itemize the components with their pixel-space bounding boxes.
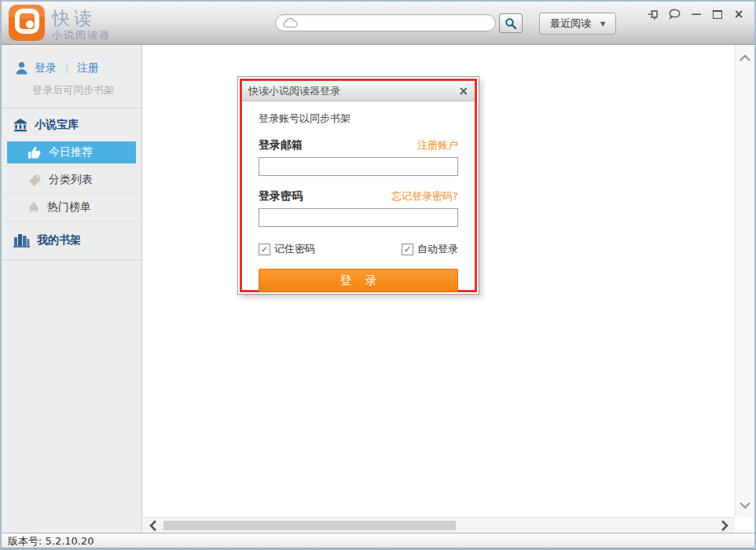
sidebar-section-library-label: 小说宝库 xyxy=(35,118,79,132)
dialog-body: 登录账号以同步书架 登录邮箱 注册账户 登录密码 忘记登录密码? ✓ 记住密码 xyxy=(242,101,475,292)
sidebar-item-category-list[interactable]: 分类列表 xyxy=(2,169,141,191)
user-icon xyxy=(14,60,29,75)
scroll-down-icon[interactable] xyxy=(739,501,751,509)
pin-icon[interactable] xyxy=(648,8,660,20)
sidebar: 登录 | 注册 登录后可同步书架 小说宝库 今日推荐 xyxy=(2,45,142,533)
remember-password-label: 记住密码 xyxy=(274,242,315,256)
auto-login-checkbox[interactable]: ✓ 自动登录 xyxy=(402,242,458,256)
remember-password-checkbox[interactable]: ✓ 记住密码 xyxy=(259,242,315,256)
recent-read-button[interactable]: 最近阅读 ▼ xyxy=(539,13,616,35)
sidebar-section-bookshelf-label: 我的书架 xyxy=(37,233,81,248)
message-icon[interactable] xyxy=(669,8,681,20)
version-label: 版本号: 5.2.10.20 xyxy=(8,535,94,547)
password-label-row: 登录密码 忘记登录密码? xyxy=(259,189,458,204)
search-button[interactable] xyxy=(499,13,523,33)
checkbox-check-icon: ✓ xyxy=(402,244,413,255)
login-dialog: 快读小说阅读器登录 × 登录账号以同步书架 登录邮箱 注册账户 登录密码 忘记登… xyxy=(237,76,479,295)
bookshelf-icon xyxy=(13,233,31,248)
scroll-right-icon[interactable] xyxy=(721,519,728,532)
sidebar-section-library[interactable]: 小说宝库 xyxy=(2,108,141,139)
app-logo-icon xyxy=(9,5,45,41)
dialog-titlebar: 快读小说阅读器登录 × xyxy=(242,81,475,101)
sidebar-item-label: 今日推荐 xyxy=(49,145,93,160)
login-register-separator: | xyxy=(62,63,72,74)
dialog-subtitle: 登录账号以同步书架 xyxy=(259,112,458,126)
vertical-scrollbar[interactable] xyxy=(735,45,754,517)
nav-row: 分类列表 xyxy=(2,167,141,194)
sidebar-item-today-recommend[interactable]: 今日推荐 xyxy=(7,141,136,163)
chevron-down-icon: ▼ xyxy=(600,20,605,28)
close-icon[interactable]: × xyxy=(732,8,745,20)
app-subtitle: 小说阅读器 xyxy=(52,28,111,42)
minimize-icon[interactable]: — xyxy=(690,8,703,20)
nav-row: 今日推荐 xyxy=(2,139,141,167)
header: 快读 小说阅读器 最近阅读 ▼ xyxy=(2,2,754,45)
sidebar-divider xyxy=(2,259,141,260)
sidebar-login-link[interactable]: 登录 xyxy=(35,61,57,75)
sidebar-section-bookshelf[interactable]: 我的书架 xyxy=(2,222,141,255)
recent-read-label: 最近阅读 xyxy=(550,16,591,31)
password-label: 登录密码 xyxy=(259,189,303,204)
email-label: 登录邮箱 xyxy=(259,138,303,152)
maximize-icon[interactable] xyxy=(711,8,724,20)
register-account-link[interactable]: 注册账户 xyxy=(417,138,458,152)
sidebar-login-hint: 登录后可同步书架 xyxy=(32,83,141,97)
email-label-row: 登录邮箱 注册账户 xyxy=(259,138,458,152)
auto-login-label: 自动登录 xyxy=(417,242,458,256)
sidebar-login-row: 登录 | 注册 xyxy=(2,45,141,75)
scrollbar-thumb[interactable] xyxy=(163,521,456,530)
flame-icon xyxy=(28,200,40,214)
sidebar-item-label: 分类列表 xyxy=(49,173,93,187)
library-icon xyxy=(13,118,28,132)
search-icon xyxy=(505,17,517,30)
checkbox-check-icon: ✓ xyxy=(259,244,270,255)
thumbs-up-icon xyxy=(28,146,42,160)
sidebar-item-label: 热门榜单 xyxy=(47,200,91,214)
app-window: 快读 小说阅读器 最近阅读 ▼ xyxy=(0,0,756,550)
search-input[interactable] xyxy=(302,16,495,29)
sidebar-register-link[interactable]: 注册 xyxy=(77,61,99,75)
cloud-icon xyxy=(283,17,298,28)
app-title: 快读 xyxy=(52,6,96,31)
status-bar: 版本号: 5.2.10.20 xyxy=(2,533,754,548)
sidebar-item-hot-ranking[interactable]: 热门榜单 xyxy=(2,196,141,218)
annotation-red-border: 快读小说阅读器登录 × 登录账号以同步书架 登录邮箱 注册账户 登录密码 忘记登… xyxy=(240,79,477,292)
scroll-left-icon[interactable] xyxy=(149,519,157,532)
login-button[interactable]: 登 录 xyxy=(259,269,458,292)
password-field[interactable] xyxy=(259,208,458,227)
email-field[interactable] xyxy=(259,157,458,176)
checkbox-row: ✓ 记住密码 ✓ 自动登录 xyxy=(259,242,458,256)
scroll-up-icon[interactable] xyxy=(739,54,751,62)
horizontal-scrollbar[interactable] xyxy=(143,517,735,534)
dialog-close-icon[interactable]: × xyxy=(458,84,468,98)
forgot-password-link[interactable]: 忘记登录密码? xyxy=(391,189,458,204)
window-controls: — × xyxy=(648,8,745,20)
dialog-title: 快读小说阅读器登录 xyxy=(248,84,340,98)
tag-icon xyxy=(28,174,42,187)
nav-row: 热门榜单 xyxy=(2,194,141,222)
search-box[interactable] xyxy=(275,14,496,31)
